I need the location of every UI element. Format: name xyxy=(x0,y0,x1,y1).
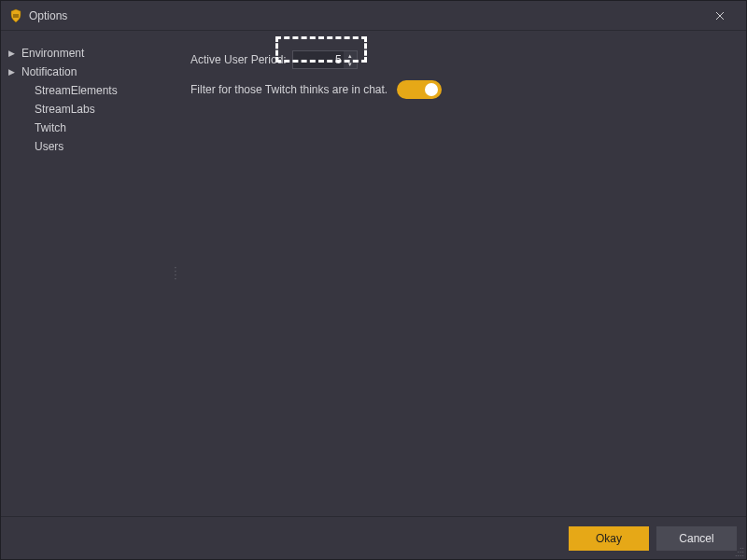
active-user-period-field: ▲ ▼ xyxy=(292,50,358,69)
okay-button-label: Okay xyxy=(596,532,622,545)
settings-panel: Active User Period: ▲ ▼ Filter for those… xyxy=(177,31,746,516)
sidebar-item-label: StreamLabs xyxy=(35,103,95,116)
toggle-knob xyxy=(425,83,438,96)
sidebar-item-environment[interactable]: ▶ Environment xyxy=(1,44,174,63)
cancel-button[interactable]: Cancel xyxy=(656,526,737,551)
okay-button[interactable]: Okay xyxy=(569,526,649,551)
titlebar: Options xyxy=(1,1,746,31)
sidebar: ▶ Environment ▶ Notification StreamEleme… xyxy=(1,31,174,516)
spin-up-button[interactable]: ▲ xyxy=(344,51,357,60)
active-user-period-label: Active User Period: xyxy=(190,53,287,66)
active-user-period-row: Active User Period: ▲ ▼ xyxy=(190,48,727,72)
sidebar-item-label: Users xyxy=(35,140,63,153)
sidebar-item-label: Notification xyxy=(21,65,77,78)
sidebar-item-label: StreamElements xyxy=(35,84,118,97)
cancel-button-label: Cancel xyxy=(679,532,713,545)
window-body: ▶ Environment ▶ Notification StreamEleme… xyxy=(1,31,746,516)
sidebar-item-label: Twitch xyxy=(35,121,66,134)
sidebar-item-label: Environment xyxy=(21,47,84,60)
sidebar-item-twitch[interactable]: Twitch xyxy=(1,119,174,137)
dialog-footer: Okay Cancel ········· xyxy=(1,516,746,559)
close-button[interactable] xyxy=(701,1,739,31)
chevron-right-icon: ▶ xyxy=(8,67,18,77)
spin-down-button[interactable]: ▼ xyxy=(344,60,357,68)
chevron-right-icon: ▶ xyxy=(8,49,18,58)
filter-chat-label: Filter for those Twitch thinks are in ch… xyxy=(190,83,388,96)
window-title: Options xyxy=(29,9,67,22)
app-icon xyxy=(8,8,23,23)
sidebar-item-users[interactable]: Users xyxy=(1,137,174,156)
sidebar-item-streamelements[interactable]: StreamElements xyxy=(1,81,174,100)
filter-chat-toggle[interactable] xyxy=(397,80,442,99)
grip-icon: ···· xyxy=(175,266,177,281)
filter-chat-row: Filter for those Twitch thinks are in ch… xyxy=(190,77,727,102)
sidebar-item-streamlabs[interactable]: StreamLabs xyxy=(1,100,174,119)
sidebar-item-notification[interactable]: ▶ Notification xyxy=(1,63,174,81)
options-window: Options ▶ Environment ▶ Notification Str… xyxy=(0,0,747,560)
